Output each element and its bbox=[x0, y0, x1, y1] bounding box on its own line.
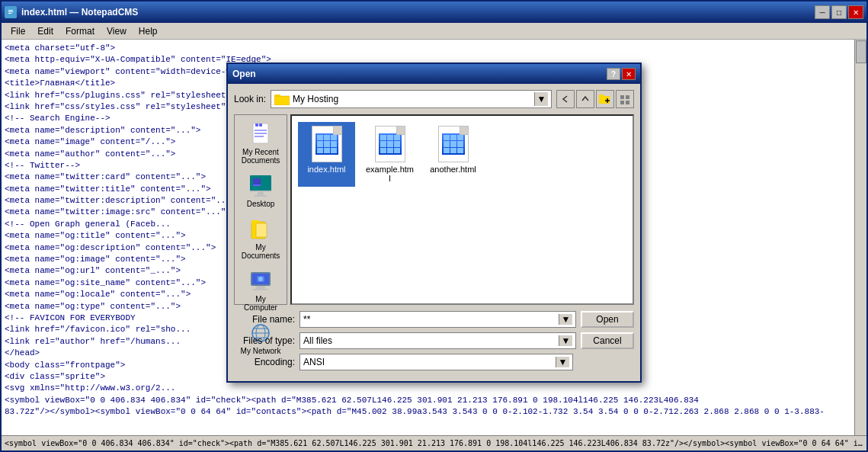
encoding-row: Encoding: ANSI ▼ bbox=[234, 354, 634, 370]
look-in-combo[interactable]: My Hosting ▼ bbox=[271, 90, 552, 108]
place-desktop-label: Desktop bbox=[247, 200, 275, 208]
file-type-row: Files of type: All files ▼ Cancel bbox=[234, 332, 634, 349]
encoding-dropdown-arrow[interactable]: ▼ bbox=[556, 357, 569, 367]
file-name-input[interactable]: ** ▼ bbox=[299, 311, 576, 328]
dialog-title: Open bbox=[232, 69, 256, 79]
file-name-index: index.html bbox=[307, 165, 345, 174]
dialog-overlay: Open ? ✕ Look in: bbox=[2, 2, 866, 450]
file-type-value: All files bbox=[303, 335, 332, 346]
computer-icon bbox=[248, 269, 273, 293]
cancel-button[interactable]: Cancel bbox=[581, 332, 634, 349]
svg-rect-16 bbox=[255, 123, 258, 127]
svg-rect-17 bbox=[259, 123, 262, 127]
file-item-index[interactable]: index.html bbox=[298, 122, 355, 187]
svg-rect-14 bbox=[626, 101, 629, 104]
svg-rect-8 bbox=[599, 95, 604, 98]
file-item-example[interactable]: example.html bbox=[361, 122, 418, 187]
places-bar: My Recent Documents bbox=[234, 114, 287, 305]
file-icon-example bbox=[375, 126, 405, 162]
svg-rect-23 bbox=[258, 192, 264, 195]
new-folder-button[interactable] bbox=[596, 90, 614, 108]
dialog-close-button[interactable]: ✕ bbox=[622, 68, 636, 80]
folder-icon bbox=[274, 93, 290, 105]
file-view[interactable]: index.html bbox=[290, 114, 634, 305]
dialog-toolbar bbox=[556, 90, 634, 108]
file-name-input-value: ** bbox=[303, 314, 310, 325]
place-documents[interactable]: My Documents bbox=[236, 213, 285, 264]
place-recent-label: My Recent Documents bbox=[239, 148, 283, 165]
encoding-label: Encoding: bbox=[234, 357, 295, 367]
view-menu-button[interactable] bbox=[616, 90, 634, 108]
file-type-input[interactable]: All files ▼ bbox=[299, 332, 576, 349]
back-button[interactable] bbox=[556, 90, 575, 108]
svg-rect-33 bbox=[253, 289, 268, 290]
svg-rect-13 bbox=[620, 101, 624, 104]
file-name-another: another.html bbox=[430, 165, 476, 174]
svg-point-34 bbox=[258, 277, 263, 281]
file-type-dropdown-arrow[interactable]: ▼ bbox=[559, 335, 572, 346]
encoding-input[interactable]: ANSI ▼ bbox=[299, 354, 573, 370]
file-icon-index bbox=[312, 126, 342, 162]
svg-rect-24 bbox=[255, 195, 267, 197]
file-name-row: File name: ** ▼ Open bbox=[234, 311, 634, 328]
svg-rect-12 bbox=[626, 95, 629, 99]
svg-rect-29 bbox=[256, 223, 267, 237]
documents-icon bbox=[248, 217, 273, 242]
svg-rect-11 bbox=[620, 95, 624, 99]
place-recent[interactable]: My Recent Documents bbox=[236, 118, 285, 168]
svg-rect-26 bbox=[253, 184, 261, 186]
dialog-title-bar: Open ? ✕ bbox=[228, 64, 640, 84]
file-icon-another bbox=[438, 126, 469, 162]
svg-rect-32 bbox=[256, 286, 265, 289]
look-in-value: My Hosting bbox=[293, 94, 338, 104]
open-dialog: Open ? ✕ Look in: bbox=[226, 63, 642, 383]
svg-rect-22 bbox=[250, 191, 271, 192]
look-in-label: Look in: bbox=[234, 94, 266, 104]
place-computer[interactable]: My Computer bbox=[236, 265, 285, 316]
place-desktop[interactable]: Desktop bbox=[236, 170, 285, 212]
file-name-example: example.html bbox=[365, 165, 415, 183]
look-in-row: Look in: My Hosting ▼ bbox=[234, 90, 634, 108]
recent-icon bbox=[248, 122, 273, 146]
svg-rect-20 bbox=[255, 136, 264, 137]
file-item-another[interactable]: another.html bbox=[424, 122, 482, 187]
svg-rect-25 bbox=[253, 178, 261, 184]
encoding-value: ANSI bbox=[303, 357, 325, 367]
place-documents-label: My Documents bbox=[239, 243, 283, 260]
combo-dropdown-arrow[interactable]: ▼ bbox=[534, 92, 548, 106]
svg-rect-18 bbox=[255, 130, 267, 131]
place-computer-label: My Computer bbox=[239, 295, 283, 312]
dialog-form: File name: ** ▼ Open Files of type: bbox=[234, 311, 634, 375]
dialog-main-area: My Recent Documents bbox=[234, 114, 634, 305]
svg-rect-19 bbox=[255, 133, 267, 134]
up-button[interactable] bbox=[576, 90, 594, 108]
file-type-label: Files of type: bbox=[234, 335, 295, 346]
open-button[interactable]: Open bbox=[581, 311, 634, 328]
dialog-help-button[interactable]: ? bbox=[607, 68, 620, 80]
file-name-dropdown-arrow[interactable]: ▼ bbox=[559, 314, 572, 325]
main-window: index.html — NotepadCMS ─ □ ✕ File Edit … bbox=[0, 0, 868, 452]
dialog-content: Look in: My Hosting ▼ bbox=[228, 84, 640, 381]
file-name-label: File name: bbox=[234, 314, 295, 325]
desktop-icon bbox=[248, 174, 273, 198]
